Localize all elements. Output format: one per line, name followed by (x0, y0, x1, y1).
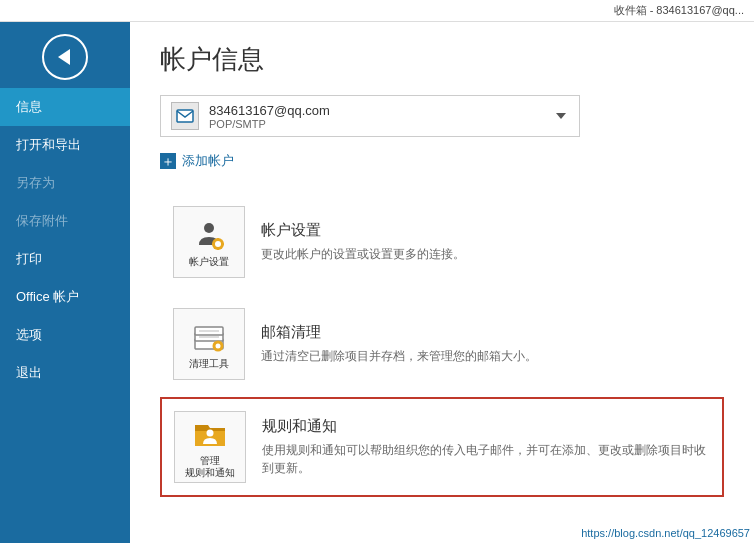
feature-account-settings[interactable]: 帐户设置 帐户设置 更改此帐户的设置或设置更多的连接。 (160, 193, 724, 291)
svg-rect-5 (217, 247, 219, 250)
svg-point-3 (215, 241, 221, 247)
sidebar-item-options[interactable]: 选项 (0, 316, 130, 354)
feature-desc-rules-notify: 使用规则和通知可以帮助组织您的传入电子邮件，并可在添加、更改或删除项目时收到更新… (262, 441, 710, 477)
sidebar: 信息 打开和导出 另存为 保存附件 打印 Office 帐户 选项 退出 (0, 22, 130, 543)
add-account-label: 添加帐户 (182, 152, 234, 170)
feature-desc-account-settings: 更改此帐户的设置或设置更多的连接。 (261, 245, 711, 263)
svg-point-15 (207, 429, 214, 436)
feature-title-rules-notify: 规则和通知 (262, 417, 710, 436)
feature-icon-rules-notify: 管理 规则和通知 (174, 411, 246, 483)
feature-text-rules-notify: 规则和通知 使用规则和通知可以帮助组织您的传入电子邮件，并可在添加、更改或删除项… (262, 417, 710, 477)
feature-icon-label-rules-notify: 管理 规则和通知 (185, 455, 235, 479)
feature-icon-label-cleanup: 清理工具 (189, 358, 229, 370)
feature-text-account-settings: 帐户设置 更改此帐户的设置或设置更多的连接。 (261, 221, 711, 263)
sidebar-nav: 信息 打开和导出 另存为 保存附件 打印 Office 帐户 选项 退出 (0, 88, 130, 543)
feature-cleanup[interactable]: 清理工具 邮箱清理 通过清空已删除项目并存档，来管理您的邮箱大小。 (160, 295, 724, 393)
feature-icon-account-settings: 帐户设置 (173, 206, 245, 278)
sidebar-item-save-attach: 保存附件 (0, 202, 130, 240)
account-icon (171, 102, 199, 130)
account-selector[interactable]: 834613167@qq.com POP/SMTP (160, 95, 580, 137)
back-arrow-icon (58, 49, 70, 65)
sidebar-item-save-as: 另存为 (0, 164, 130, 202)
feature-title-account-settings: 帐户设置 (261, 221, 711, 240)
feature-desc-cleanup: 通过清空已删除项目并存档，来管理您的邮箱大小。 (261, 347, 711, 365)
svg-rect-0 (177, 110, 193, 122)
svg-point-14 (216, 343, 221, 348)
account-email: 834613167@qq.com (209, 103, 553, 118)
plus-icon: ＋ (160, 153, 176, 169)
svg-rect-6 (212, 243, 215, 245)
add-account-button[interactable]: ＋ 添加帐户 (160, 149, 724, 173)
sidebar-item-info[interactable]: 信息 (0, 88, 130, 126)
top-bar-title: 收件箱 - 834613167@qq... (614, 3, 744, 18)
feature-title-cleanup: 邮箱清理 (261, 323, 711, 342)
account-dropdown-icon[interactable] (553, 108, 569, 124)
watermark: https://blog.csdn.net/qq_12469657 (581, 527, 750, 539)
sidebar-item-office-account[interactable]: Office 帐户 (0, 278, 130, 316)
svg-rect-4 (217, 238, 219, 241)
svg-point-1 (204, 223, 214, 233)
feature-rules-notify[interactable]: 管理 规则和通知 规则和通知 使用规则和通知可以帮助组织您的传入电子邮件，并可在… (160, 397, 724, 497)
account-type: POP/SMTP (209, 118, 553, 130)
sidebar-item-print[interactable]: 打印 (0, 240, 130, 278)
content-area: 帐户信息 834613167@qq.com POP/SMTP ＋ 添加帐户 (130, 22, 754, 543)
sidebar-item-open-export[interactable]: 打开和导出 (0, 126, 130, 164)
feature-icon-label-account-settings: 帐户设置 (189, 256, 229, 268)
sidebar-item-exit[interactable]: 退出 (0, 354, 130, 392)
back-button[interactable] (42, 34, 88, 80)
feature-list: 帐户设置 帐户设置 更改此帐户的设置或设置更多的连接。 (160, 193, 724, 497)
page-title: 帐户信息 (160, 42, 724, 77)
feature-text-cleanup: 邮箱清理 通过清空已删除项目并存档，来管理您的邮箱大小。 (261, 323, 711, 365)
account-info: 834613167@qq.com POP/SMTP (209, 103, 553, 130)
svg-rect-7 (221, 243, 224, 245)
feature-icon-cleanup: 清理工具 (173, 308, 245, 380)
